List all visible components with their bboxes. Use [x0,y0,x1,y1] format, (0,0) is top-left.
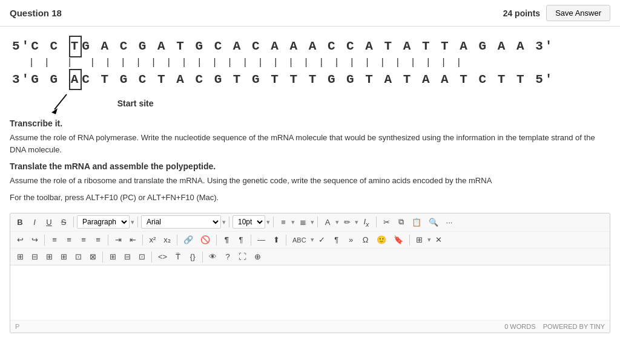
paragraph-format-select[interactable]: Paragraph Heading 1 Heading 2 [77,215,130,229]
toolbar-divider-1 [73,216,74,227]
highlight-chevron: ▾ [355,218,358,226]
align-center-button[interactable]: ≡ [62,233,76,246]
clear-format-button[interactable]: Ix [360,215,373,230]
paste-button[interactable]: 📋 [409,216,424,229]
save-answer-button[interactable]: Save Answer [546,5,610,21]
list-chevron-1: ▾ [291,218,295,226]
font-chevron: ▾ [222,218,226,226]
bookmark-button[interactable]: 🔖 [391,233,406,246]
checkmark-button[interactable]: ✓ [315,233,329,246]
find-button[interactable]: 🔍 [426,216,441,229]
table-col-3[interactable]: ⊡ [71,250,85,263]
editor-footer: P 0 WORDS POWERED BY TINY [10,320,610,333]
redo-button[interactable]: ↪ [28,233,41,246]
specialchar-button[interactable]: ⬆ [269,233,283,246]
word-count: 0 WORDS [504,323,535,330]
toolbar-divider-3 [229,216,229,227]
pilcrow2-button[interactable]: ¶ [330,233,343,246]
table-row-2[interactable]: ⊟ [120,250,134,263]
list-unordered-button[interactable]: ≡ [277,216,290,229]
align-justify-button[interactable]: ≡ [91,233,105,246]
emoji-button[interactable]: 🙂 [374,233,389,246]
toolbar-hint: For the toolbar, press ALT+F10 (PC) or A… [10,193,610,202]
toolbar-row-3: ⊞ ⊟ ⊞ ⊞ ⊡ ⊠ ⊞ ⊟ ⊡ <> T̈ {} 👁 ? ⛶ ⊕ [10,249,610,265]
transcribe-label: Transcribe it. [10,119,610,128]
font-size-select[interactable]: 10pt 12pt 14pt [232,215,265,229]
font-color-button[interactable]: A [321,216,334,229]
table-insert-2[interactable]: ⊟ [28,250,41,263]
dna-top-strand: 5′C C TG A C G A T G C A C A A A C C A T… [12,36,608,57]
code-button[interactable]: <> [155,250,170,263]
omega-button[interactable]: Ω [359,233,372,246]
editor-toolbar: B I U S Paragraph Heading 1 Heading 2 ▾ … [10,213,610,266]
table-row-1[interactable]: ⊞ [106,250,119,263]
table-row-3[interactable]: ⊡ [135,250,148,263]
toolbar-divider-10 [177,235,177,245]
pilcrow-button[interactable]: ¶ [234,233,248,246]
help-button[interactable]: ? [221,250,234,263]
highlighted-T: T [69,36,82,57]
cut-button[interactable]: ✂ [380,216,393,229]
highlight-button[interactable]: ✏ [340,216,354,229]
rich-text-editor: B I U S Paragraph Heading 1 Heading 2 ▾ … [10,213,610,334]
more-button[interactable]: ··· [443,216,456,229]
paragraph-chevron: ▾ [131,218,134,226]
dna-diagram: 5′C C TG A C G A T G C A C A A A C C A T… [0,27,620,119]
highlighted-A: A [69,69,82,91]
points-badge: 24 points [503,8,540,18]
toolbar-divider-13 [286,235,286,245]
question-title: Question 18 [10,8,62,18]
align-left-button[interactable]: ≡ [48,233,61,246]
preview-button[interactable]: 👁 [206,250,220,263]
subscript-button[interactable]: x₂ [160,233,174,246]
start-site-text: Start site [117,99,154,108]
dna-bonds: | | | | | | | | | | | | | | | | | | | | … [12,57,608,69]
quotes-button[interactable]: » [345,233,358,246]
table-insert-1[interactable]: ⊞ [13,250,27,263]
table-col-2[interactable]: ⊞ [57,250,70,263]
toolbar-divider-16 [151,252,152,262]
superscript-button[interactable]: x² [146,233,159,246]
list-ordered-button[interactable]: ≣ [296,216,309,229]
spellcheck-button[interactable]: ABC [289,235,309,245]
plus-button[interactable]: ⊕ [251,250,264,263]
table-col-1[interactable]: ⊞ [42,250,56,263]
translate-text: Assume the role of a ribosome and transl… [10,175,610,187]
hr-button[interactable]: — [254,233,268,246]
toolbar-divider-5 [317,216,318,227]
table-button[interactable]: ⊞ [413,233,426,246]
toolbar-divider-12 [251,235,251,245]
svg-line-0 [54,94,67,109]
indent-increase-button[interactable]: ⇥ [111,233,125,246]
braces-button[interactable]: {} [186,250,199,263]
editor-content-area[interactable] [10,265,610,320]
close-button[interactable]: ✕ [432,233,446,246]
paragraph-indicator: P [15,323,19,330]
toolbar-row-2: ↩ ↪ ≡ ≡ ≡ ≡ ⇥ ⇤ x² x₂ 🔗 🚫 ¶ ¶ — ⬆ ABC ▾ … [10,232,610,249]
toolbar-divider-2 [137,216,138,227]
show-blocks-button[interactable]: ¶ [220,233,233,246]
strikethrough-button[interactable]: S [57,216,70,229]
header-right: 24 points Save Answer [503,5,610,21]
bold-button[interactable]: B [13,216,27,229]
indent-decrease-button[interactable]: ⇤ [126,233,139,246]
undo-button[interactable]: ↩ [13,233,27,246]
typography-button[interactable]: T̈ [171,250,185,263]
fullscreen-button[interactable]: ⛶ [236,250,249,263]
link-button[interactable]: 🔗 [180,233,196,246]
toolbar-divider-17 [202,252,203,262]
size-chevron: ▾ [266,218,270,226]
unlink-button[interactable]: 🚫 [197,233,213,246]
spell-chevron: ▾ [311,236,314,244]
align-right-button[interactable]: ≡ [77,233,90,246]
toolbar-divider-7 [44,235,45,245]
font-family-select[interactable]: Arial Times New Roman [141,215,221,229]
copy-button[interactable]: ⧉ [394,215,407,229]
toolbar-divider-8 [108,235,108,245]
list-chevron-2: ▾ [311,218,314,226]
underline-button[interactable]: U [42,216,56,229]
italic-button[interactable]: I [28,216,41,229]
translate-label: Translate the mRNA and assemble the poly… [10,161,610,171]
table-del[interactable]: ⊠ [86,250,99,263]
toolbar-divider-9 [142,235,143,245]
